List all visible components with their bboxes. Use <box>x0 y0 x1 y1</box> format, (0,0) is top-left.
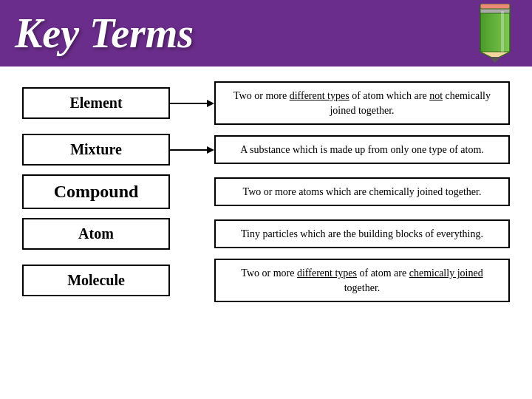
term-row-atom: Atom Tiny particles which are the buildi… <box>22 218 510 250</box>
definition-box-atom: Tiny particles which are the building bl… <box>214 219 510 249</box>
arrow-element <box>170 92 214 115</box>
svg-marker-9 <box>207 146 214 154</box>
term-row-element: Element Two or more different types of a… <box>22 81 510 125</box>
content-area: Element Two or more different types of a… <box>0 66 532 317</box>
svg-marker-2 <box>489 57 501 63</box>
term-box-element: Element <box>22 87 170 119</box>
arrow-mixture <box>170 139 214 161</box>
definition-box-molecule: Two or more different types of atom are … <box>214 259 510 302</box>
svg-marker-7 <box>207 100 214 107</box>
term-row-mixture: Mixture Mixture A substance which is mad… <box>22 134 510 166</box>
term-row-molecule: Molecule Two or more different types of … <box>22 259 510 302</box>
pencil-icon <box>473 4 517 63</box>
term-box-molecule: Molecule <box>22 265 170 296</box>
header: Key Terms <box>0 0 532 66</box>
page-title: Key Terms <box>15 10 194 57</box>
term-row-compound: Compound Two or more atoms which are che… <box>22 174 510 209</box>
definition-box-mixture: Mixture A substance which is made up fro… <box>214 135 510 165</box>
svg-rect-4 <box>480 4 510 9</box>
term-box-mixture: Mixture <box>22 134 170 166</box>
definition-box-element: Two or more different types of atom whic… <box>214 81 510 125</box>
term-box-compound: Compound <box>22 174 170 209</box>
definition-box-compound: Two or more atoms which are chemically j… <box>214 177 510 207</box>
term-box-atom: Atom <box>22 218 170 250</box>
